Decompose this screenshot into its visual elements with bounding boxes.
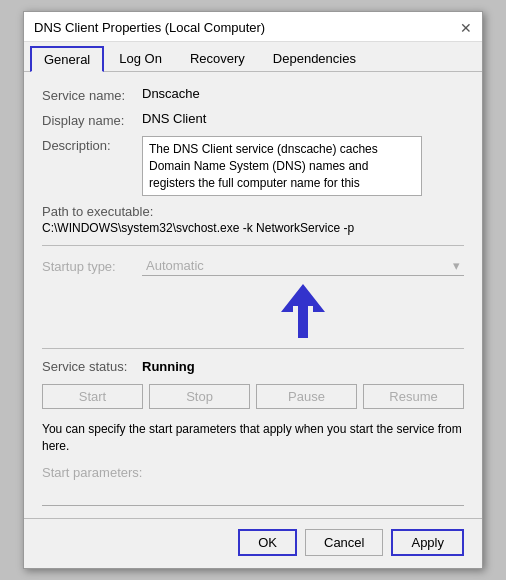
service-control-buttons: Start Stop Pause Resume bbox=[42, 384, 464, 409]
service-status-row: Service status: Running bbox=[42, 359, 464, 374]
service-name-label: Service name: bbox=[42, 86, 142, 103]
description-label: Description: bbox=[42, 136, 142, 153]
service-name-row: Service name: Dnscache bbox=[42, 86, 464, 103]
ok-button[interactable]: OK bbox=[238, 529, 297, 556]
dropdown-arrow-icon: ▾ bbox=[453, 258, 460, 273]
close-button[interactable]: ✕ bbox=[460, 21, 472, 35]
footer: OK Cancel Apply bbox=[24, 518, 482, 568]
stop-button[interactable]: Stop bbox=[149, 384, 250, 409]
service-status-value: Running bbox=[142, 359, 195, 374]
tab-general[interactable]: General bbox=[30, 46, 104, 72]
info-text: You can specify the start parameters tha… bbox=[42, 421, 464, 455]
apply-button[interactable]: Apply bbox=[391, 529, 464, 556]
main-window: DNS Client Properties (Local Computer) ✕… bbox=[23, 11, 483, 569]
tab-recovery[interactable]: Recovery bbox=[177, 46, 258, 71]
window-title: DNS Client Properties (Local Computer) bbox=[34, 20, 265, 35]
start-params-label: Start parameters: bbox=[42, 465, 464, 480]
svg-rect-2 bbox=[299, 307, 307, 337]
tab-logon[interactable]: Log On bbox=[106, 46, 175, 71]
display-name-value: DNS Client bbox=[142, 111, 206, 126]
description-value: The DNS Client service (dnscache) caches… bbox=[142, 136, 422, 196]
path-value: C:\WINDOWS\system32\svchost.exe -k Netwo… bbox=[42, 221, 464, 235]
start-button[interactable]: Start bbox=[42, 384, 143, 409]
startup-type-dropdown[interactable]: Automatic ▾ bbox=[142, 256, 464, 276]
title-bar: DNS Client Properties (Local Computer) ✕ bbox=[24, 12, 482, 42]
description-row: Description: The DNS Client service (dns… bbox=[42, 136, 464, 196]
divider-1 bbox=[42, 245, 464, 246]
display-name-label: Display name: bbox=[42, 111, 142, 128]
divider-2 bbox=[42, 348, 464, 349]
path-section: Path to executable: C:\WINDOWS\system32\… bbox=[42, 204, 464, 235]
pause-button[interactable]: Pause bbox=[256, 384, 357, 409]
start-params-input[interactable] bbox=[42, 484, 464, 506]
up-arrow-icon bbox=[281, 284, 325, 338]
startup-type-label: Startup type: bbox=[42, 259, 142, 274]
service-name-value: Dnscache bbox=[142, 86, 200, 101]
startup-type-value: Automatic bbox=[146, 258, 204, 273]
tab-bar: General Log On Recovery Dependencies bbox=[24, 42, 482, 72]
startup-type-row: Startup type: Automatic ▾ bbox=[42, 256, 464, 276]
service-status-label: Service status: bbox=[42, 359, 142, 374]
content-area: Service name: Dnscache Display name: DNS… bbox=[24, 72, 482, 518]
tab-dependencies[interactable]: Dependencies bbox=[260, 46, 369, 71]
cancel-button[interactable]: Cancel bbox=[305, 529, 383, 556]
resume-button[interactable]: Resume bbox=[363, 384, 464, 409]
annotation-arrow bbox=[142, 284, 464, 338]
path-label: Path to executable: bbox=[42, 204, 464, 219]
display-name-row: Display name: DNS Client bbox=[42, 111, 464, 128]
